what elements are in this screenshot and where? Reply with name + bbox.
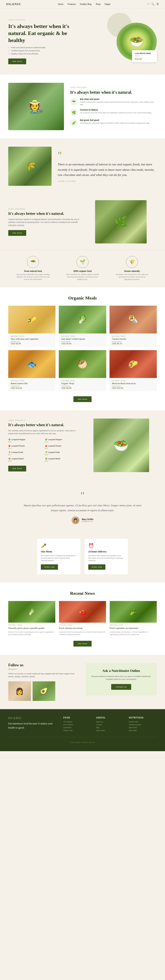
icons-row: 🥗 Grow natural food We use only sustaina… — [0, 250, 165, 287]
footer-link-food-1[interactable]: The Organic — [63, 721, 91, 723]
nav-products[interactable]: Products — [68, 3, 76, 5]
footer-col-list-1: The Organic Our Products Ingredients Org… — [63, 721, 91, 732]
about-tag: 100% Natural — [70, 86, 157, 88]
news-cta-button[interactable]: See more — [74, 641, 91, 646]
ingr-name-6: 🥬Leopard Kale — [45, 451, 80, 453]
footer-link-nutri-4[interactable]: Diet Guide — [129, 730, 157, 732]
about-feature-1: 🥗 Eat clean and green Organic food provi… — [70, 98, 157, 106]
meal-card-1: 🌮 Natural food Taco with meat and vegeta… — [8, 305, 56, 347]
follow-images: 👩 🥑 — [8, 681, 79, 701]
service-cta-1[interactable]: Order now — [41, 564, 58, 570]
meal-name-1: Taco with meat and vegetables — [11, 337, 53, 340]
footer-link-food-3[interactable]: Ingredients — [63, 727, 91, 729]
footer-col-title-3: Nutritious — [129, 717, 157, 719]
author-name: Mary Griffin — [82, 518, 93, 520]
footer-link-nutri-2[interactable]: Healthy Recipes — [129, 724, 157, 725]
icon-title-1: Grow natural food — [16, 270, 51, 272]
nav-pages[interactable]: Pages — [104, 3, 111, 5]
about-features: 🥗 Eat clean and green Organic food provi… — [70, 98, 157, 126]
natural-cta-button[interactable]: See more — [8, 230, 26, 236]
news-card-1: 🥬 Natural food Naturally grows green veg… — [8, 601, 55, 636]
meal-price-5: USD $8.99 — [61, 387, 104, 389]
heart-icon[interactable]: ♡ — [147, 3, 149, 6]
footer-link-useful-1[interactable]: About Us — [96, 721, 124, 723]
ingr-item-2: 🌿Leopard Pepper $3.4 — [45, 439, 80, 443]
follow-img-2: 🥑 — [33, 681, 55, 701]
service-desc-1: Our organic menu is designed by nutritio… — [41, 554, 77, 562]
news-excerpt-3: Understanding the importance of fresh ve… — [110, 631, 157, 636]
nutritionist-box: Ask a Nutritionist Online Get personaliz… — [86, 663, 157, 696]
footer-link-useful-3[interactable]: Blog — [96, 727, 124, 729]
news-tag-3: Natural food — [110, 624, 157, 626]
footer-link-nutri-1[interactable]: Nutrition Info — [129, 721, 157, 723]
hero-cta-button[interactable]: See more — [8, 59, 26, 64]
ingr-name-3: 🍑Leopard Peach — [8, 445, 43, 447]
news-image-2: 🍅 — [59, 601, 106, 623]
footer-col-2: Useful About Us Contact Blog Help Center — [96, 717, 124, 732]
meals-cta-button[interactable]: See more — [74, 396, 91, 402]
author-info: Mary Griffin Nutritionist, LA — [82, 518, 93, 522]
footer-link-food-2[interactable]: Our Products — [63, 724, 91, 725]
footer-link-useful-4[interactable]: Help Center — [96, 730, 124, 732]
footer-bottom: © 2023 Oganic. All rights reserved. — [8, 737, 157, 744]
nav-shop[interactable]: Shop — [96, 3, 101, 5]
ingredients-right: 🥗 — [86, 418, 157, 472]
logo[interactable]: OGANIC — [6, 2, 21, 6]
ingr-item-7: 🌿Leopard Basil $3.8 — [8, 458, 43, 462]
menu-icon[interactable]: ☰ — [157, 3, 159, 6]
grow-food-icon: 🥗 — [27, 256, 39, 268]
organic-food-icon: 🌱 — [77, 256, 88, 268]
footer-link-useful-2[interactable]: Contact — [96, 724, 124, 725]
news-image-3: 🥦 — [110, 601, 157, 623]
follow-body: Follow our journey on social media and s… — [8, 672, 79, 678]
news-title-1: Naturally grows green vegetable garden — [8, 627, 55, 630]
hero-section: 100% Organic It's always better when it'… — [0, 9, 165, 75]
ingr-price-4: $4.4 — [45, 447, 80, 449]
about-content: 100% Natural It's always better when it'… — [70, 86, 157, 126]
feature-title-2: Connect to Nature — [80, 109, 152, 111]
nutritionist-cta-button[interactable]: Contact us — [111, 684, 131, 690]
meals-title: Organic Meals — [8, 295, 157, 301]
news-image-1: 🥬 — [8, 601, 55, 623]
meal-image-5: 🥙 — [59, 350, 106, 378]
card-product-weight: 250 g — [135, 55, 154, 57]
meal-image-3: 🌯 — [109, 305, 157, 334]
feature-desc-3: Nourishing your body with organic food l… — [80, 122, 149, 124]
icon-desc-2: All our products are certified organic a… — [65, 273, 100, 281]
ingredients-cta-button[interactable]: See more — [8, 466, 26, 471]
natural-tag: 100% Organic — [8, 208, 80, 210]
natural-image: 🌿 — [95, 200, 147, 243]
ingr-price-5: $2.4 — [8, 454, 43, 456]
natural-body: Organic farming is based on ecological b… — [8, 218, 80, 227]
meal-card-6: 🌮 Natural food Mexican Black bean tacos … — [109, 350, 157, 391]
service-card-2: ⏰ 24 hours delivery We deliver fresh org… — [85, 539, 128, 574]
service-cta-2[interactable]: Order now — [88, 564, 106, 570]
footer-col-3: Nutritious Nutrition Info Healthy Recipe… — [129, 717, 157, 732]
check-icon-2: ✓ — [8, 49, 10, 52]
about-feature-3: 🫛 Eat good, feel good Nourishing your bo… — [70, 119, 157, 126]
ingr-name-1: 🌿Leopard Pepper — [8, 439, 43, 441]
card-product-title: Luna Mixed Salad — [135, 52, 154, 54]
icon-desc-1: We use only sustainable and organic farm… — [16, 273, 51, 281]
quote-mark-icon: " — [58, 150, 157, 160]
ingr-price-8: $3.8 — [45, 460, 80, 462]
nav-home[interactable]: Home — [58, 3, 64, 5]
testimonial-author: 👩 Mary Griffin Nutritionist, LA — [8, 516, 157, 524]
meal-tag-1: Natural food — [11, 336, 53, 337]
icon-title-3: Grown naturally — [114, 270, 149, 272]
nav-blog[interactable]: Healthy Blog — [80, 3, 91, 5]
footer-col-1: Food The Organic Our Products Ingredient… — [63, 717, 91, 732]
meal-price-3: USD $8.70 — [112, 342, 154, 345]
meal-tag-6: Natural food — [112, 380, 154, 382]
follow-section: Follow us @oganic Follow our journey on … — [0, 655, 165, 710]
footer-link-nutri-3[interactable]: Meal Plans — [129, 727, 157, 729]
feature-icon-1: 🥗 — [70, 98, 78, 105]
about-image: 🧑‍🌾 — [8, 83, 64, 130]
ingr-price-2: $3.4 — [45, 441, 80, 443]
card-product-price: $12.00 — [135, 58, 154, 60]
check-icon-1: ✓ — [8, 46, 10, 49]
search-icon[interactable]: 🔍 — [151, 3, 154, 6]
nutritionist-heading: Ask a Nutritionist Online — [91, 669, 152, 673]
footer-link-food-4[interactable]: Organic Tips — [63, 730, 91, 732]
feature-content-1: Eat clean and green Organic food provide… — [80, 98, 157, 106]
